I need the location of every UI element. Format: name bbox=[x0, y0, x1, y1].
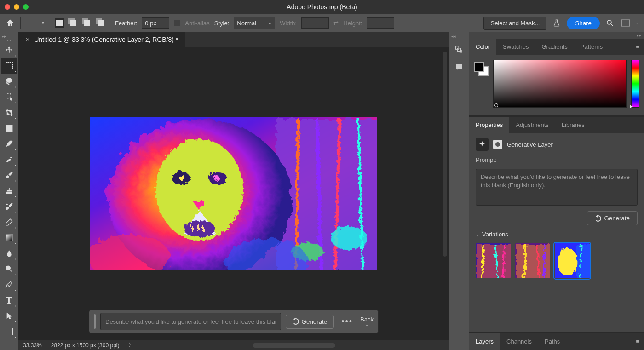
expand-toolbar-icon[interactable]: ▸▸ bbox=[2, 34, 6, 39]
svg-rect-31 bbox=[456, 46, 459, 50]
tab-gradients[interactable]: Gradients bbox=[535, 39, 574, 55]
variation-3[interactable] bbox=[555, 243, 590, 278]
selection-add[interactable] bbox=[69, 18, 78, 28]
chevron-down-icon[interactable]: ▼ bbox=[41, 21, 45, 25]
prompt-textarea[interactable]: Describe what you'd like to generate or … bbox=[476, 169, 638, 206]
brush-tool[interactable]: ▸ bbox=[1, 167, 17, 183]
prompt-label: Prompt: bbox=[476, 156, 638, 163]
svg-point-7 bbox=[11, 158, 12, 159]
canvas[interactable] bbox=[90, 117, 377, 270]
style-select[interactable]: Normal⌄ bbox=[234, 17, 275, 29]
frame-tool[interactable] bbox=[1, 120, 17, 136]
prompt-input[interactable] bbox=[100, 313, 281, 330]
move-tool[interactable]: ▸ bbox=[1, 42, 17, 58]
vertical-scrollbar[interactable] bbox=[443, 52, 447, 257]
panel-grip[interactable] bbox=[2, 39, 16, 42]
layer-mask-icon[interactable] bbox=[493, 140, 502, 149]
close-tab-icon[interactable]: × bbox=[26, 36, 29, 43]
color-picker[interactable] bbox=[493, 60, 627, 108]
expand-panels-icon[interactable]: ◂◂ bbox=[451, 34, 456, 39]
more-options-icon[interactable]: ••• bbox=[339, 317, 356, 327]
doc-dimensions[interactable]: 2822 px x 1500 px (300 ppi) bbox=[51, 342, 120, 349]
eyedropper-tool[interactable]: ▸ bbox=[1, 136, 17, 152]
document-area: × Untitled-1 @ 33.3% (Generative Layer 2… bbox=[18, 32, 449, 350]
object-selection-tool[interactable]: ▸ bbox=[1, 89, 17, 105]
tab-swatches[interactable]: Swatches bbox=[496, 39, 535, 55]
rectangle-tool[interactable]: ▸ bbox=[1, 324, 17, 339]
search-icon[interactable] bbox=[604, 17, 615, 29]
feather-input[interactable] bbox=[142, 17, 169, 29]
document-tabs: × Untitled-1 @ 33.3% (Generative Layer 2… bbox=[18, 32, 449, 47]
back-button[interactable]: Back ⌄ bbox=[360, 316, 374, 327]
hue-slider[interactable]: ▶ bbox=[631, 60, 639, 108]
drag-handle[interactable] bbox=[94, 314, 96, 329]
panel-menu-icon[interactable]: ≡ bbox=[631, 121, 644, 128]
style-label: Style: bbox=[214, 20, 230, 27]
tab-title: Untitled-1 @ 33.3% (Generative Layer 2, … bbox=[34, 36, 178, 43]
tab-adjustments[interactable]: Adjustments bbox=[509, 117, 555, 133]
expand-icon[interactable]: ▸▸ bbox=[469, 32, 644, 39]
contextual-task-bar: Generate ••• Back ⌄ bbox=[89, 310, 379, 333]
generate-button-panel[interactable]: Generate bbox=[587, 211, 638, 225]
minimize-window[interactable] bbox=[14, 4, 19, 10]
share-button[interactable]: Share bbox=[567, 17, 600, 29]
maximize-window[interactable] bbox=[23, 4, 29, 10]
chevron-down-icon[interactable]: ⌄ bbox=[636, 21, 639, 25]
dodge-tool[interactable]: ▸ bbox=[1, 261, 17, 277]
chevron-right-icon[interactable]: 〉 bbox=[128, 341, 134, 349]
variation-2[interactable] bbox=[515, 243, 550, 278]
selection-intersect[interactable] bbox=[96, 18, 105, 28]
tool-preset[interactable] bbox=[25, 17, 36, 29]
comments-panel-icon[interactable] bbox=[453, 61, 466, 74]
svg-point-24 bbox=[213, 174, 218, 180]
blur-tool[interactable]: ▸ bbox=[1, 246, 17, 261]
tab-layers[interactable]: Layers bbox=[469, 333, 500, 350]
tab-channels[interactable]: Channels bbox=[500, 333, 538, 350]
tab-libraries[interactable]: Libraries bbox=[555, 117, 591, 133]
rectangular-marquee-tool[interactable]: ▸ bbox=[1, 58, 17, 74]
tab-paths[interactable]: Paths bbox=[538, 333, 566, 350]
history-brush-tool[interactable]: ▸ bbox=[1, 199, 17, 214]
svg-point-44 bbox=[556, 247, 576, 275]
lasso-tool[interactable]: ▸ bbox=[1, 74, 17, 89]
generative-layer-icon bbox=[476, 138, 489, 151]
fg-bg-swatch[interactable] bbox=[474, 62, 489, 76]
eraser-tool[interactable]: ▸ bbox=[1, 214, 17, 230]
home-icon[interactable] bbox=[5, 17, 16, 29]
svg-rect-39 bbox=[515, 243, 550, 278]
tab-properties[interactable]: Properties bbox=[469, 117, 509, 133]
close-window[interactable] bbox=[5, 4, 10, 10]
tab-patterns[interactable]: Patterns bbox=[574, 39, 609, 55]
horizontal-scrollbar[interactable] bbox=[253, 343, 335, 348]
workspace-icon[interactable] bbox=[620, 17, 631, 29]
generate-button[interactable]: Generate bbox=[286, 315, 334, 329]
foreground-color[interactable] bbox=[474, 62, 484, 72]
select-and-mask-button[interactable]: Select and Mask... bbox=[483, 17, 546, 30]
svg-rect-45 bbox=[575, 243, 590, 278]
svg-point-0 bbox=[607, 20, 611, 24]
panel-menu-icon[interactable]: ≡ bbox=[631, 338, 644, 345]
path-selection-tool[interactable]: ▸ bbox=[1, 308, 17, 324]
document-tab[interactable]: × Untitled-1 @ 33.3% (Generative Layer 2… bbox=[18, 32, 185, 47]
svg-line-46 bbox=[579, 243, 580, 278]
history-panel-icon[interactable] bbox=[453, 43, 466, 56]
svg-point-2 bbox=[6, 78, 12, 82]
healing-brush-tool[interactable]: ▸ bbox=[1, 152, 17, 167]
type-tool[interactable]: T▸ bbox=[1, 293, 17, 308]
selection-subtract[interactable] bbox=[82, 18, 92, 28]
tab-color[interactable]: Color bbox=[469, 39, 496, 55]
layer-type-label: Generative Layer bbox=[507, 141, 553, 148]
variation-1[interactable] bbox=[476, 243, 511, 278]
clone-stamp-tool[interactable]: ▸ bbox=[1, 183, 17, 199]
flask-icon[interactable] bbox=[551, 17, 562, 29]
zoom-level[interactable]: 33.33% bbox=[23, 342, 42, 349]
variations-toggle[interactable]: ⌄ Variations bbox=[476, 231, 638, 238]
selection-new[interactable] bbox=[55, 18, 64, 28]
panel-menu-icon[interactable]: ≡ bbox=[631, 43, 644, 50]
status-bar: 33.33% 2822 px x 1500 px (300 ppi) 〉 bbox=[18, 340, 449, 350]
app-title: Adobe Photoshop (Beta) bbox=[287, 3, 357, 11]
canvas-area[interactable]: Generate ••• Back ⌄ bbox=[18, 47, 449, 340]
crop-tool[interactable]: ▸ bbox=[1, 105, 17, 120]
pen-tool[interactable]: ▸ bbox=[1, 277, 17, 293]
gradient-tool[interactable]: ▸ bbox=[1, 230, 17, 246]
